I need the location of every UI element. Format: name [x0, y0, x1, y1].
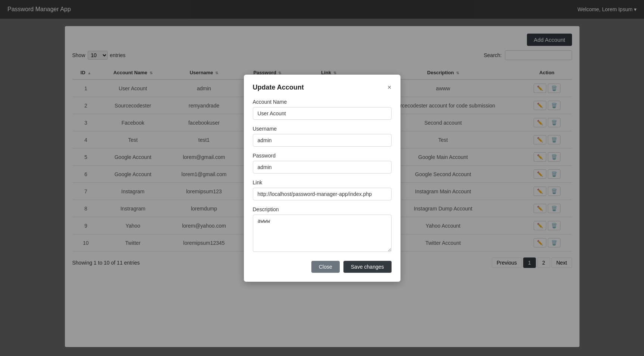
account-name-label: Account Name — [253, 99, 392, 105]
password-input[interactable] — [253, 161, 392, 174]
password-label: Password — [253, 153, 392, 159]
modal-header: Update Account × — [253, 84, 392, 91]
modal-title: Update Account — [253, 84, 304, 91]
username-input[interactable] — [253, 134, 392, 147]
save-changes-button[interactable]: Save changes — [343, 261, 392, 273]
update-account-modal: Update Account × Account Name Username P… — [244, 75, 400, 282]
password-group: Password — [253, 153, 392, 174]
description-label: Description — [253, 206, 392, 212]
account-name-group: Account Name — [253, 99, 392, 120]
modal-overlay[interactable]: Update Account × Account Name Username P… — [0, 0, 644, 356]
close-modal-button[interactable]: Close — [311, 261, 340, 273]
username-group: Username — [253, 126, 392, 147]
link-group: Link — [253, 179, 392, 200]
username-label: Username — [253, 126, 392, 132]
modal-footer: Close Save changes — [253, 261, 392, 273]
description-group: Description awww — [253, 206, 392, 253]
account-name-input[interactable] — [253, 107, 392, 120]
link-label: Link — [253, 179, 392, 185]
description-input[interactable]: awww — [253, 215, 392, 252]
link-input[interactable] — [253, 188, 392, 200]
modal-close-x-button[interactable]: × — [387, 84, 392, 91]
